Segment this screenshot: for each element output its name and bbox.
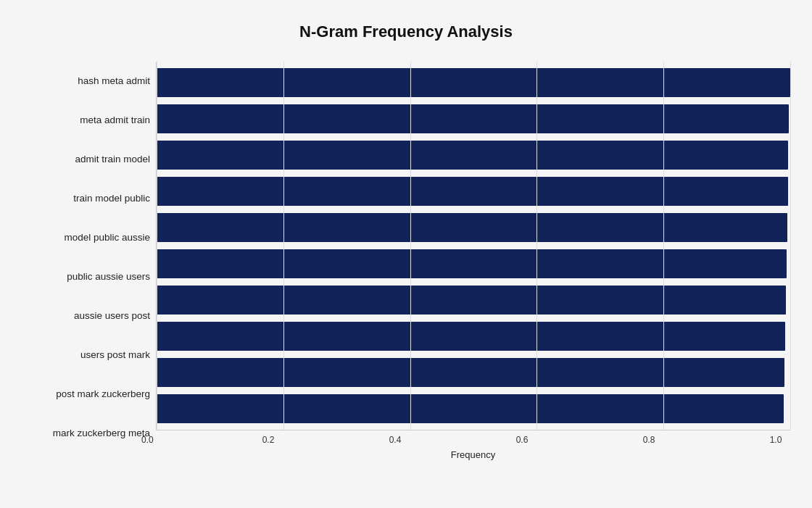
bar [157, 358, 784, 387]
x-tick-label: 0.2 [254, 435, 283, 445]
y-axis-label: train model public [22, 180, 150, 217]
x-tick-label: 0.0 [141, 435, 170, 445]
bar [157, 394, 784, 423]
bar-row [157, 64, 790, 101]
bar [157, 322, 785, 351]
bar-row [157, 391, 790, 427]
grid-line [790, 62, 791, 430]
x-tick-label: 0.6 [508, 435, 536, 445]
x-tick-label: 0.8 [634, 435, 663, 445]
bar-row [157, 246, 790, 282]
y-axis-label: model public aussie [22, 220, 150, 256]
chart-title: N-Gram Frequency Analysis [22, 22, 790, 41]
bar-row [157, 282, 790, 318]
bar [157, 249, 787, 278]
y-axis-label: post mark zuckerberg [22, 376, 150, 412]
bar-row [157, 173, 790, 209]
chart-container: N-Gram Frequency Analysis hash meta admi… [7, 8, 805, 501]
bar [157, 213, 787, 242]
bar [157, 177, 788, 206]
bars-section [156, 62, 790, 430]
bar [157, 141, 788, 170]
y-axis-label: public aussie users [22, 259, 150, 295]
x-tick-label: 1.0 [761, 435, 790, 445]
x-axis-label: Frequency [156, 449, 790, 460]
y-axis-label: users post mark [22, 337, 150, 373]
bar-row [157, 209, 790, 246]
bar-row [157, 354, 790, 391]
y-axis-label: admit train model [22, 141, 150, 178]
bar-row [157, 137, 790, 173]
x-tick-label: 0.4 [381, 435, 410, 445]
y-axis-labels: hash meta admitmeta admit trainadmit tra… [22, 62, 156, 453]
bar-row [157, 318, 790, 354]
y-axis-label: aussie users post [22, 298, 150, 334]
bar-row [157, 101, 790, 137]
chart-area: hash meta admitmeta admit trainadmit tra… [22, 62, 790, 453]
x-axis: 0.00.20.40.60.81.0 Frequency [156, 430, 790, 460]
y-axis-label: mark zuckerberg meta [22, 415, 150, 451]
x-tick-labels: 0.00.20.40.60.81.0 [156, 430, 790, 445]
bar [157, 104, 789, 133]
bar [157, 68, 790, 97]
y-axis-label: meta admit train [22, 102, 150, 138]
y-axis-label: hash meta admit [22, 63, 150, 99]
bars-and-x: 0.00.20.40.60.81.0 Frequency [156, 62, 790, 453]
bar [157, 286, 786, 315]
